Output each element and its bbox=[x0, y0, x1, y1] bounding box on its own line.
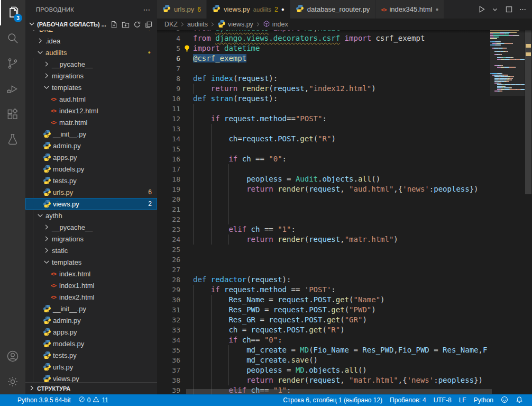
outline-section-header[interactable]: СТРУКТУРА bbox=[25, 382, 157, 394]
tree-item-index1.html[interactable]: <>index1.html bbox=[25, 279, 157, 291]
activity-testing-button[interactable] bbox=[0, 127, 25, 152]
breadcrumb-item-views.py[interactable]: views.py bbox=[217, 20, 253, 30]
refresh-button[interactable] bbox=[132, 19, 142, 30]
tree-item-models.py[interactable]: models.py bbox=[25, 338, 157, 349]
code-line-30[interactable]: 30 Res_Name = request.POST.get("Name") bbox=[157, 295, 532, 305]
collapse-all-button[interactable] bbox=[143, 19, 154, 30]
breadcrumb-item-audiiits[interactable]: audiiits bbox=[187, 21, 208, 28]
tree-item-index2.html[interactable]: <>index2.html bbox=[25, 291, 157, 303]
code-line-17[interactable]: 17 bbox=[157, 164, 532, 174]
tree-item-models.py[interactable]: models.py bbox=[25, 163, 157, 175]
tree-item-views.py[interactable]: views.py2 bbox=[25, 198, 157, 210]
code-line-27[interactable]: 27 bbox=[157, 265, 532, 275]
tree-item-migrations[interactable]: migrations bbox=[25, 233, 157, 245]
lightbulb-icon[interactable] bbox=[183, 44, 191, 55]
tree-item-__pycache__[interactable]: __pycache__ bbox=[25, 221, 157, 233]
tree-item-admin.py[interactable]: admin.py bbox=[25, 314, 157, 326]
code-line-25[interactable]: 25 bbox=[157, 245, 532, 255]
status-indentation[interactable]: Пробелов: 4 bbox=[386, 394, 430, 406]
code-line-18[interactable]: 18 peopless = Audit.objects.all() bbox=[157, 174, 532, 184]
code-line-29[interactable]: 29 if request.method == 'POST': bbox=[157, 285, 532, 295]
tree-item-templates[interactable]: templates bbox=[25, 256, 157, 268]
code-line-11[interactable]: 11 bbox=[157, 104, 532, 114]
code-line-4[interactable]: 4from django.views.decorators.csrf impor… bbox=[157, 33, 532, 43]
code-line-22[interactable]: 22 bbox=[157, 214, 532, 224]
code-line-28[interactable]: 28def redactor(request): bbox=[157, 275, 532, 285]
code-editor[interactable]: 3from aythh.models import MD,Audit4from … bbox=[157, 30, 532, 394]
tree-item-aythh[interactable]: aythh bbox=[25, 210, 157, 221]
code-line-32[interactable]: 32 Res_GR = request.POST.get("GR") bbox=[157, 315, 532, 325]
tree-item-urls.py[interactable]: urls.py6 bbox=[25, 186, 157, 198]
new-folder-button[interactable] bbox=[120, 19, 131, 30]
tree-item-__pycache__[interactable]: __pycache__ bbox=[25, 58, 157, 70]
status-problems[interactable]: 011 bbox=[75, 394, 112, 406]
tree-item-index.html[interactable]: <>index.html bbox=[25, 268, 157, 279]
minimap[interactable] bbox=[490, 30, 525, 394]
code-line-14[interactable]: 14 ch=request.POST.get("R") bbox=[157, 134, 532, 144]
activity-settings-button[interactable] bbox=[0, 369, 25, 394]
code-line-31[interactable]: 31 Res_PWD = request.POST.get("PWD") bbox=[157, 305, 532, 315]
run-dropdown-button[interactable] bbox=[490, 4, 500, 15]
status-cursor-position[interactable]: Строка 6, столбец 1 (выбрано 12) bbox=[279, 394, 386, 406]
code-line-12[interactable]: 12 if request.method=="POST": bbox=[157, 114, 532, 124]
tab-database_roouter.py[interactable]: database_roouter.py bbox=[290, 0, 376, 19]
tree-item-admin.py[interactable]: admin.py bbox=[25, 140, 157, 151]
code-line-24[interactable]: 24 return render(request,"matr.html") bbox=[157, 234, 532, 245]
code-line-36[interactable]: 36 md_create.save() bbox=[157, 355, 532, 365]
new-file-button[interactable] bbox=[108, 19, 119, 30]
code-line-23[interactable]: 23 elif ch == "1": bbox=[157, 224, 532, 234]
split-editor-button[interactable] bbox=[503, 4, 514, 15]
code-line-34[interactable]: 34 if ch== "0": bbox=[157, 335, 532, 345]
tree-item-DKZ[interactable]: DKZ● bbox=[25, 30, 157, 35]
activity-accounts-button[interactable] bbox=[0, 344, 25, 369]
tree-item-audiiits[interactable]: audiiits● bbox=[25, 47, 157, 58]
code-line-8[interactable]: 8def index(request): bbox=[157, 74, 532, 84]
tree-item-index12.html[interactable]: <>index12.html bbox=[25, 105, 157, 116]
modified-dot-icon[interactable]: ● bbox=[435, 6, 438, 12]
workspace-section-header[interactable]: (РАБОЧАЯ ОБЛАСТЬ) ... bbox=[25, 19, 157, 30]
activity-search-button[interactable] bbox=[0, 25, 25, 51]
code-line-5[interactable]: 5import datetime bbox=[157, 43, 532, 53]
tab-index345.html[interactable]: <>index345.html● bbox=[375, 0, 444, 19]
status-encoding[interactable]: UTF-8 bbox=[430, 394, 455, 406]
code-line-21[interactable]: 21 bbox=[157, 204, 532, 214]
activity-source-control-button[interactable] bbox=[0, 51, 25, 76]
tree-item-views.py[interactable]: views.py bbox=[25, 373, 157, 383]
tree-item-aud.html[interactable]: <>aud.html bbox=[25, 93, 157, 105]
explorer-more-actions-icon[interactable]: ⋯ bbox=[143, 5, 151, 14]
tree-item-apps.py[interactable]: apps.py bbox=[25, 151, 157, 163]
code-line-7[interactable]: 7 bbox=[157, 64, 532, 74]
code-line-6[interactable]: 6@csrf_exempt bbox=[157, 53, 532, 64]
tree-item-apps.py[interactable]: apps.py bbox=[25, 326, 157, 338]
tree-item-templates[interactable]: templates bbox=[25, 82, 157, 93]
code-line-38[interactable]: 38 return render(request, "matr.html",{'… bbox=[157, 375, 532, 385]
code-line-20[interactable]: 20 bbox=[157, 194, 532, 204]
tree-item-matr.html[interactable]: <>matr.html bbox=[25, 116, 157, 128]
activity-extensions-button[interactable] bbox=[0, 102, 25, 127]
horizontal-scrollbar-thumb[interactable] bbox=[186, 389, 492, 394]
status-python-interpreter[interactable]: Python 3.9.5 64-bit bbox=[14, 394, 75, 406]
minimap-slider[interactable] bbox=[490, 30, 525, 96]
activity-explorer-button[interactable]: 3 bbox=[0, 0, 25, 25]
tree-item-__init__.py[interactable]: __init__.py bbox=[25, 303, 157, 314]
tree-item-tests.py[interactable]: tests.py bbox=[25, 175, 157, 186]
tab-urls.py[interactable]: urls.py6 bbox=[157, 0, 207, 19]
vertical-scrollbar[interactable] bbox=[525, 30, 532, 394]
tree-item-.idea[interactable]: .idea bbox=[25, 35, 157, 47]
tab-views.py[interactable]: views.pyaudiiits2● bbox=[207, 0, 290, 19]
status-feedback[interactable] bbox=[497, 394, 512, 406]
modified-dot-icon[interactable]: ● bbox=[281, 6, 285, 12]
tree-item-static[interactable]: static bbox=[25, 245, 157, 256]
code-line-26[interactable]: 26 bbox=[157, 255, 532, 265]
activity-run-and-debug-button[interactable] bbox=[0, 76, 25, 102]
code-line-37[interactable]: 37 peopless = MD.objects.all() bbox=[157, 365, 532, 375]
tree-item-tests.py[interactable]: tests.py bbox=[25, 349, 157, 361]
code-line-10[interactable]: 10def stran(request): bbox=[157, 94, 532, 104]
code-line-15[interactable]: 15 bbox=[157, 144, 532, 154]
tree-item-migrations[interactable]: migrations bbox=[25, 70, 157, 82]
breadcrumb-item-DKZ[interactable]: DKZ bbox=[164, 21, 178, 28]
status-notifications[interactable] bbox=[512, 394, 527, 406]
tree-item-urls.py[interactable]: urls.py bbox=[25, 361, 157, 373]
code-line-13[interactable]: 13 bbox=[157, 124, 532, 134]
breadcrumb-item-index[interactable]: index bbox=[263, 20, 288, 29]
